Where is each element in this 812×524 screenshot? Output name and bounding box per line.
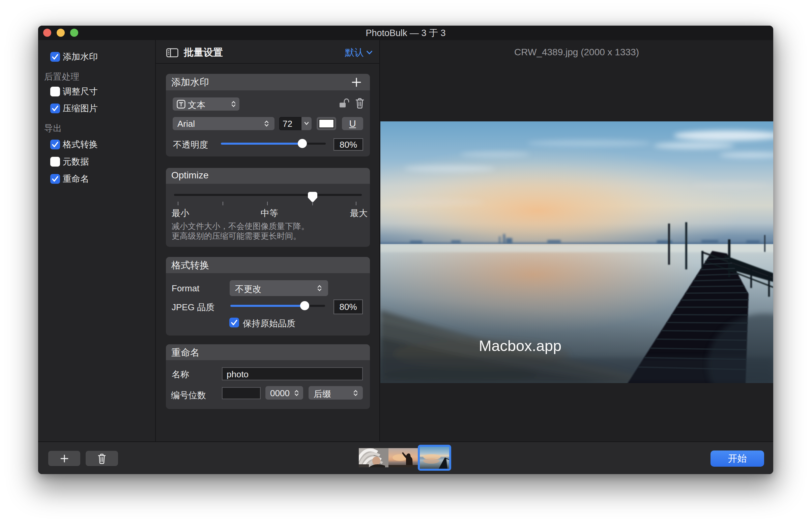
svg-text:Macbox.app: Macbox.app [479,337,561,355]
